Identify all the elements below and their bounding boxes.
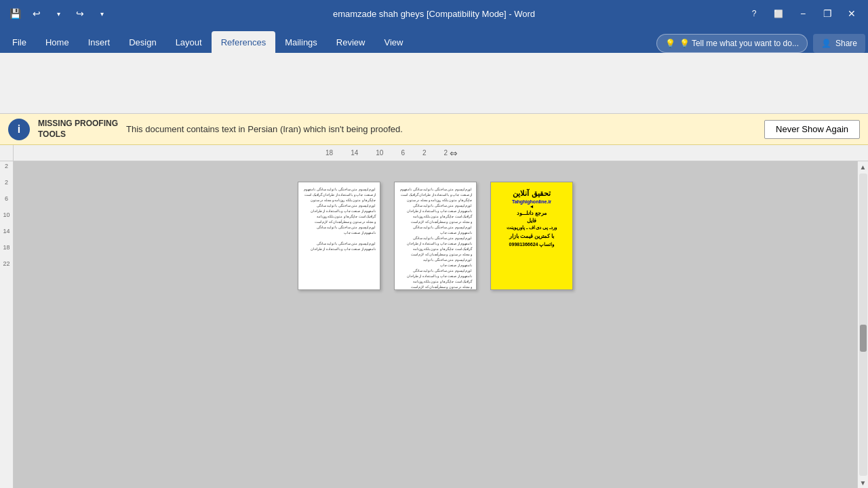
page-2-content: لورم ایپسوم متن ساختگی با تولید سادگی نا… bbox=[395, 182, 476, 290]
quick-access-dropdown[interactable]: ▾ bbox=[92, 4, 111, 23]
tell-me-input[interactable]: 💡 💡 Tell me what you want to do... bbox=[656, 34, 808, 53]
save-button[interactable]: 💾 bbox=[5, 4, 24, 23]
notification-bar: i MISSING PROOFINGTOOLS This document co… bbox=[0, 114, 868, 145]
page-2-thumbnail[interactable]: لورم ایپسوم متن ساختگی با تولید سادگی نا… bbox=[394, 182, 477, 290]
ribbon-tabs-bar: File Home Insert Design Layout Reference… bbox=[0, 27, 868, 53]
window-title: emamzade shah gheys [Compatibility Mode]… bbox=[333, 9, 535, 19]
lightbulb-icon: 💡 bbox=[665, 39, 675, 48]
horizontal-ruler: 18 14 10 6 2 2 ⇔ bbox=[0, 145, 868, 161]
share-label: Share bbox=[835, 39, 857, 48]
tab-insert[interactable]: Insert bbox=[79, 31, 120, 53]
minimize-button[interactable]: − bbox=[792, 4, 814, 23]
scroll-down-button[interactable]: ▼ bbox=[859, 477, 867, 488]
ribbon-placeholder bbox=[7, 78, 18, 89]
tab-review[interactable]: Review bbox=[327, 31, 375, 53]
ribbon-display-button[interactable]: ⬜ bbox=[768, 4, 789, 23]
page-3-content: تحقیق آنلاین Tahghighonline.ir ◄ مرجع دا… bbox=[491, 182, 572, 256]
vertical-ruler: 2 2 6 10 14 18 22 bbox=[0, 161, 14, 488]
vertical-scrollbar[interactable]: ▲ ▼ bbox=[857, 161, 868, 488]
margin-handle[interactable]: ⇔ bbox=[450, 148, 458, 159]
notification-icon: i bbox=[8, 119, 30, 140]
ribbon-right-controls: 💡 💡 Tell me what you want to do... 👤 Sha… bbox=[656, 34, 865, 53]
scrollbar-thumb[interactable] bbox=[860, 325, 867, 352]
redo-button[interactable]: ↪ bbox=[71, 4, 90, 23]
tab-home[interactable]: Home bbox=[36, 31, 79, 53]
notification-title-block: MISSING PROOFINGTOOLS bbox=[38, 119, 118, 140]
notification-message: This document contains text in Persian (… bbox=[126, 124, 756, 134]
ribbon-content bbox=[0, 53, 868, 114]
page-3-thumbnail[interactable]: تحقیق آنلاین Tahghighonline.ir ◄ مرجع دا… bbox=[490, 182, 573, 290]
help-button[interactable]: ? bbox=[743, 4, 765, 23]
document-canvas[interactable]: لورم ایپسوم متن ساختگی با تولید سادگی نا… bbox=[14, 161, 857, 488]
share-button[interactable]: 👤 Share bbox=[813, 34, 865, 53]
scroll-up-button[interactable]: ▲ bbox=[859, 161, 867, 172]
title-bar: 💾 ↩ ▾ ↪ ▾ emamzade shah gheys [Compatibi… bbox=[0, 0, 868, 27]
tab-mailings[interactable]: Mailings bbox=[275, 31, 327, 53]
main-content-area: 2 2 6 10 14 18 22 لورم ایپسوم متن ساختگی… bbox=[0, 161, 868, 488]
never-show-again-button[interactable]: Never Show Again bbox=[764, 120, 860, 139]
person-icon: 👤 bbox=[821, 39, 831, 48]
window-controls: ? ⬜ − ❐ ✕ bbox=[743, 4, 863, 23]
restore-button[interactable]: ❐ bbox=[816, 4, 838, 23]
tab-view[interactable]: View bbox=[374, 31, 412, 53]
quick-access-toolbar: 💾 ↩ ▾ ↪ ▾ bbox=[5, 4, 111, 23]
close-button[interactable]: ✕ bbox=[841, 4, 863, 23]
tab-references[interactable]: References bbox=[212, 31, 275, 53]
notification-title: MISSING PROOFINGTOOLS bbox=[38, 119, 118, 140]
tab-file[interactable]: File bbox=[3, 31, 36, 53]
tab-layout[interactable]: Layout bbox=[166, 31, 212, 53]
tell-me-text: 💡 Tell me what you want to do... bbox=[679, 39, 799, 48]
page-1-thumbnail[interactable]: لورم ایپسوم متن ساختگی با تولید سادگی نا… bbox=[298, 182, 380, 290]
undo-dropdown[interactable]: ▾ bbox=[49, 4, 68, 23]
scrollbar-track[interactable] bbox=[859, 174, 867, 476]
tab-design[interactable]: Design bbox=[119, 31, 165, 53]
undo-button[interactable]: ↩ bbox=[27, 4, 46, 23]
page-1-content: لورم ایپسوم متن ساختگی با تولید سادگی نا… bbox=[298, 182, 380, 256]
ruler-marks: 18 14 10 6 2 2 ⇔ bbox=[326, 149, 448, 157]
